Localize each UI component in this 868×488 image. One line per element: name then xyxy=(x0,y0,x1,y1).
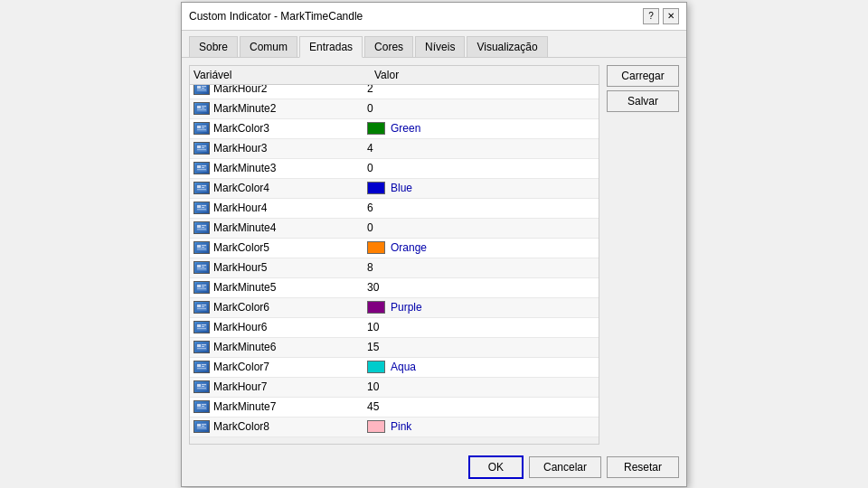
table-row[interactable]: MarkHour46 xyxy=(190,199,599,219)
svg-rect-101 xyxy=(197,404,201,407)
parameters-table: Variável Valor MarkColor1YellowMarkHour1… xyxy=(189,65,599,445)
table-row[interactable]: MarkColor4Blue xyxy=(190,179,599,199)
row-value: 4 xyxy=(367,142,595,155)
row-value: 45 xyxy=(367,400,595,413)
svg-rect-29 xyxy=(197,109,206,110)
svg-rect-66 xyxy=(197,265,201,267)
color-swatch xyxy=(367,122,385,135)
svg-rect-78 xyxy=(202,306,204,307)
row-value-text: Aqua xyxy=(391,361,416,373)
row-variable-name: MarkHour2 xyxy=(213,85,367,96)
row-variable-name: MarkHour7 xyxy=(213,380,367,393)
table-row[interactable]: MarkColor6Purple xyxy=(190,298,599,318)
row-icon xyxy=(193,341,210,353)
svg-rect-97 xyxy=(202,384,206,385)
svg-rect-91 xyxy=(197,364,201,367)
svg-rect-54 xyxy=(197,209,206,210)
row-value: 0 xyxy=(367,162,595,174)
svg-rect-106 xyxy=(197,424,201,427)
row-icon xyxy=(193,301,210,314)
carregar-button[interactable]: Carregar xyxy=(607,65,679,87)
row-value-text: 0 xyxy=(367,102,373,115)
row-icon xyxy=(193,361,210,373)
svg-rect-28 xyxy=(202,108,204,108)
svg-rect-104 xyxy=(197,408,206,408)
row-value-text: Pink xyxy=(391,420,411,433)
row-icon xyxy=(193,182,210,194)
color-swatch xyxy=(367,361,385,373)
svg-rect-109 xyxy=(197,427,206,428)
row-variable-name: MarkMinute2 xyxy=(213,102,367,115)
row-icon xyxy=(193,420,210,433)
table-row[interactable]: MarkHour58 xyxy=(190,258,599,278)
row-value: 10 xyxy=(367,321,595,333)
salvar-button[interactable]: Salvar xyxy=(607,90,679,112)
row-value-text: 2 xyxy=(367,85,373,96)
row-icon xyxy=(193,321,210,333)
ok-button[interactable]: OK xyxy=(468,455,524,479)
tab-entradas[interactable]: Entradas xyxy=(299,36,363,58)
table-row[interactable]: MarkMinute30 xyxy=(190,159,599,179)
table-row[interactable]: MarkHour22 xyxy=(190,85,599,99)
table-row[interactable]: MarkHour710 xyxy=(190,378,599,398)
row-variable-name: MarkMinute4 xyxy=(213,221,367,234)
svg-rect-87 xyxy=(202,344,206,345)
row-value[interactable]: Orange xyxy=(367,241,595,254)
tab-nveis[interactable]: Níveis xyxy=(415,36,465,57)
table-row[interactable]: MarkMinute615 xyxy=(190,338,599,358)
svg-rect-49 xyxy=(197,189,206,190)
row-icon xyxy=(193,142,210,155)
row-value[interactable]: Purple xyxy=(367,301,595,314)
cancelar-button[interactable]: Cancelar xyxy=(529,456,601,478)
table-row[interactable]: MarkHour34 xyxy=(190,139,599,159)
svg-rect-107 xyxy=(202,424,206,425)
row-value-text: 15 xyxy=(367,341,379,353)
tab-visualizao[interactable]: Visualização xyxy=(467,36,547,57)
tab-comum[interactable]: Comum xyxy=(240,36,297,57)
svg-rect-58 xyxy=(202,227,204,228)
table-row[interactable]: MarkMinute20 xyxy=(190,99,599,119)
tab-cores[interactable]: Cores xyxy=(364,36,413,57)
row-variable-name: MarkColor7 xyxy=(213,361,367,373)
tab-sobre[interactable]: Sobre xyxy=(189,36,238,57)
row-variable-name: MarkColor4 xyxy=(213,182,367,194)
table-row[interactable]: MarkColor8Pink xyxy=(190,418,599,437)
table-row[interactable]: MarkColor5Orange xyxy=(190,239,599,258)
row-value: 2 xyxy=(367,85,595,96)
help-button[interactable]: ? xyxy=(643,8,659,24)
row-value-text: Purple xyxy=(391,301,422,314)
table-row[interactable]: MarkMinute530 xyxy=(190,278,599,298)
table-row[interactable]: MarkColor7Aqua xyxy=(190,358,599,378)
row-value[interactable]: Aqua xyxy=(367,361,595,373)
svg-rect-56 xyxy=(197,225,201,228)
row-value: 15 xyxy=(367,341,595,353)
svg-rect-24 xyxy=(197,89,206,90)
table-row[interactable]: MarkMinute745 xyxy=(190,398,599,418)
row-variable-name: MarkColor5 xyxy=(213,241,367,254)
svg-rect-44 xyxy=(197,169,206,170)
table-row[interactable]: MarkHour610 xyxy=(190,318,599,338)
side-buttons: Carregar Salvar xyxy=(607,65,679,112)
table-row[interactable]: MarkColor3Green xyxy=(190,119,599,139)
table-row[interactable]: MarkMinute40 xyxy=(190,219,599,239)
svg-rect-39 xyxy=(197,149,206,150)
svg-rect-37 xyxy=(202,145,206,146)
svg-rect-98 xyxy=(202,386,204,387)
svg-rect-63 xyxy=(202,247,204,248)
resetar-button[interactable]: Resetar xyxy=(607,456,679,478)
svg-rect-102 xyxy=(202,404,206,405)
table-body[interactable]: MarkColor1YellowMarkHour10MarkMinute10Ma… xyxy=(190,85,599,437)
close-button[interactable]: ✕ xyxy=(663,8,679,24)
row-value[interactable]: Green xyxy=(367,122,595,135)
row-value[interactable]: Pink xyxy=(367,420,595,433)
svg-rect-34 xyxy=(197,129,206,130)
row-value-text: 10 xyxy=(367,380,379,393)
svg-rect-57 xyxy=(202,225,206,226)
row-value-text: Blue xyxy=(391,182,412,194)
row-value-text: 45 xyxy=(367,400,379,413)
window-title: Custom Indicator - MarkTimeCandle xyxy=(189,10,363,23)
row-value[interactable]: Blue xyxy=(367,182,595,194)
svg-rect-74 xyxy=(197,288,206,289)
svg-rect-73 xyxy=(202,286,204,287)
row-variable-name: MarkColor8 xyxy=(213,420,367,433)
